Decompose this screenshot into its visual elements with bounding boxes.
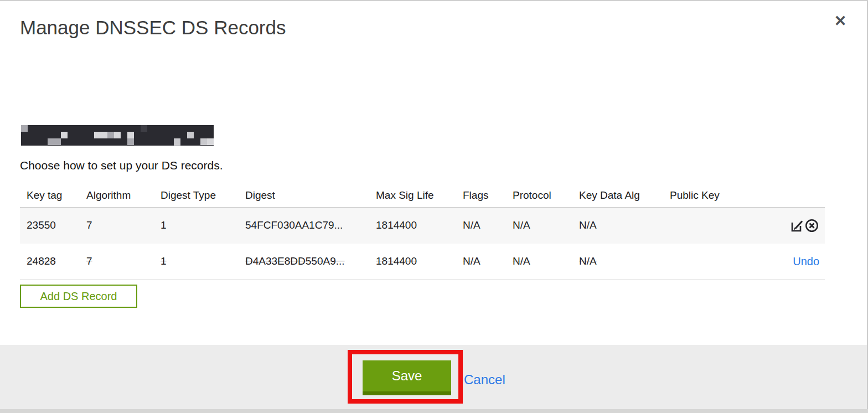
cell-digest: D4A33E8DD550A9... <box>245 244 376 280</box>
cell-key-tag: 24828 <box>20 244 86 280</box>
page-background-strip <box>0 409 868 413</box>
col-flags: Flags <box>463 184 513 207</box>
cell-key-data-alg: N/A <box>579 207 670 244</box>
save-button[interactable]: Save <box>363 360 451 395</box>
col-algorithm: Algorithm <box>86 184 161 207</box>
redacted-domain-name <box>21 125 214 146</box>
cell-flags: N/A <box>463 244 513 280</box>
ds-records-table: Key tag Algorithm Digest Type Digest Max… <box>20 184 825 280</box>
col-digest-type: Digest Type <box>161 184 245 207</box>
page-title: Manage DNSSEC DS Records <box>20 17 286 39</box>
cell-public-key <box>670 207 764 244</box>
col-key-tag: Key tag <box>20 184 86 207</box>
col-key-data-alg: Key Data Alg <box>579 184 670 207</box>
col-public-key: Public Key <box>670 184 764 207</box>
dnssec-ds-records-modal: Manage DNSSEC DS Records ✕ Choose how to… <box>0 0 868 413</box>
remove-icon[interactable] <box>804 218 819 233</box>
table-row: 23550 7 1 54FCF030AA1C79... 1814400 N/A … <box>20 207 825 244</box>
add-ds-record-button[interactable]: Add DS Record <box>20 285 137 308</box>
cell-digest-type: 1 <box>161 244 245 280</box>
cell-algorithm: 7 <box>86 207 161 244</box>
cell-digest: 54FCF030AA1C79... <box>245 207 376 244</box>
cell-protocol: N/A <box>513 207 579 244</box>
cell-flags: N/A <box>463 207 513 244</box>
cell-actions <box>764 207 825 244</box>
cell-digest-type: 1 <box>161 207 245 244</box>
table-row-deleted: 24828 7 1 D4A33E8DD550A9... 1814400 N/A … <box>20 244 825 280</box>
close-icon[interactable]: ✕ <box>829 10 851 32</box>
cell-actions: Undo <box>764 244 825 280</box>
modal-footer: Save Cancel <box>0 345 867 410</box>
cell-key-tag: 23550 <box>20 207 86 244</box>
instruction-text: Choose how to set up your DS records. <box>20 159 223 172</box>
col-protocol: Protocol <box>513 184 579 207</box>
col-actions <box>764 184 825 207</box>
cancel-link[interactable]: Cancel <box>464 372 505 388</box>
col-digest: Digest <box>245 184 376 207</box>
cell-algorithm: 7 <box>86 244 161 280</box>
cell-key-data-alg: N/A <box>579 244 670 280</box>
cell-public-key <box>670 244 764 280</box>
cell-protocol: N/A <box>513 244 579 280</box>
edit-icon[interactable] <box>789 218 804 233</box>
cell-max-sig-life: 1814400 <box>376 244 463 280</box>
col-max-sig-life: Max Sig Life <box>376 184 463 207</box>
undo-link[interactable]: Undo <box>793 255 819 267</box>
cell-max-sig-life: 1814400 <box>376 207 463 244</box>
table-header-row: Key tag Algorithm Digest Type Digest Max… <box>20 184 825 207</box>
